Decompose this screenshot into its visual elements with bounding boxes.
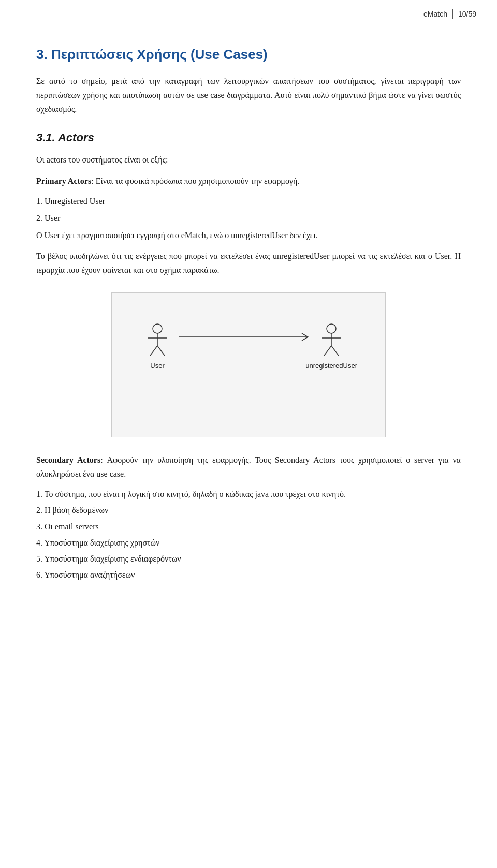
svg-line-4 [157,346,165,356]
actor-user-label: User [150,362,164,370]
list-item-1: 1. Το σύστημα, που είναι η λογική στο κι… [36,487,461,501]
svg-line-3 [150,346,157,356]
actor-1: 1. Unregistered User [36,194,461,208]
list-item-3: 3. Οι email servers [36,520,461,534]
list-item-6: 6. Υποσύστημα αναζητήσεων [36,568,461,582]
page-number: 10/59 [458,10,476,18]
header-divider [452,9,453,19]
section-3-1-title: 3.1. Actors [36,131,461,144]
user-description: Ο User έχει πραγματοποιήσει εγγραφή στο … [36,228,461,242]
svg-line-10 [331,346,339,356]
actor-unregistered-svg [319,323,344,360]
actor-user-svg [145,323,170,360]
app-name: eMatch [423,10,447,18]
actor-unregistered-label: unregisteredUser [305,362,357,370]
diagram-inner: User [135,313,362,417]
secondary-actors-label: Secondary Actors [36,455,100,464]
actor-user-figure: User [145,323,170,370]
chapter-intro: Σε αυτό το σημείο, μετά από την καταγραφ… [36,74,461,116]
svg-line-9 [324,346,331,356]
list-item-5: 5. Υποσύστημα διαχείρισης ενδιαφερόντων [36,552,461,566]
actor-unregistered-figure: unregisteredUser [305,323,357,370]
actors-intro: Οι actors του συστήματος είναι οι εξής: [36,153,461,167]
svg-point-0 [153,324,162,333]
arrow-svg [179,332,318,342]
secondary-actors-paragraph: Secondary Actors: Αφορούν την υλοποίηση … [36,453,461,481]
arrow-description: Το βέλος υποδηλώνει ότι τις ενέργειες πο… [36,249,461,277]
primary-actors-paragraph: Primary Actors: Είναι τα φυσικά πρόσωπα … [36,174,461,188]
svg-point-6 [327,324,336,333]
list-item-2: 2. Η βάση δεδομένων [36,503,461,517]
actor-2: 2. User [36,211,461,225]
chapter-title: 3. Περιπτώσεις Χρήσης (Use Cases) [36,47,461,63]
primary-actors-label: Primary Actors [36,176,91,185]
uml-diagram: User [111,292,386,437]
list-item-4: 4. Υποσύστημα διαχείρισης χρηστών [36,536,461,550]
primary-actors-desc: : Είναι τα φυσικά πρόσωπα που χρησιμοποι… [91,176,299,185]
page-header: eMatch 10/59 [423,9,476,19]
